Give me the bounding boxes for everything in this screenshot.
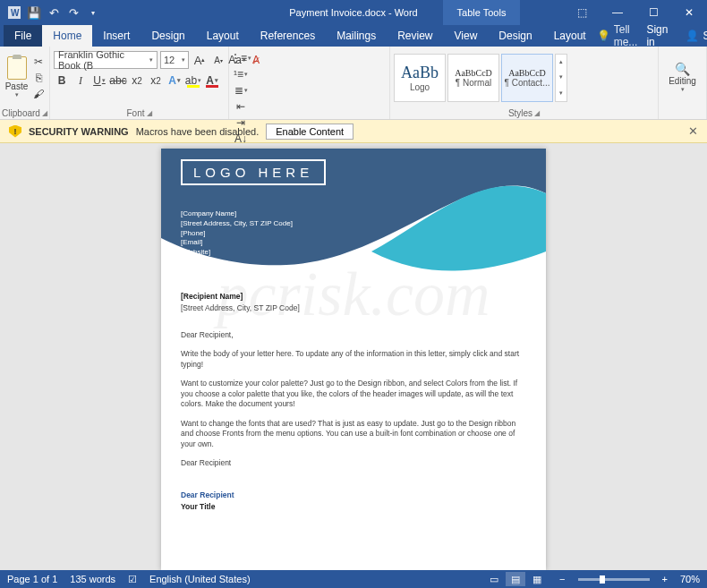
style-contact[interactable]: AaBbCcD ¶ Contact... [501, 54, 553, 102]
share-icon: 👤 [686, 30, 699, 42]
underline-button[interactable]: U▾ [91, 72, 107, 89]
tab-layout[interactable]: Layout [196, 25, 250, 47]
font-color-button[interactable]: A▾ [204, 72, 220, 89]
zoom-out-button[interactable]: − [559, 574, 565, 584]
tab-review[interactable]: Review [387, 25, 443, 47]
close-button[interactable]: ✕ [671, 0, 707, 25]
security-warning-label: SECURITY WARNING [29, 126, 129, 137]
maximize-button[interactable]: ☐ [635, 0, 671, 25]
undo-icon[interactable]: ↶ [45, 4, 63, 21]
signature-name[interactable]: Dear Recipient [181, 490, 526, 500]
style-name: Logo [410, 82, 430, 92]
view-buttons: ▭ ▤ ▦ [484, 572, 547, 586]
security-close-icon[interactable]: ✕ [688, 124, 698, 138]
save-icon[interactable]: 💾 [25, 4, 43, 21]
tell-me-search[interactable]: 💡 Tell me... [597, 25, 638, 47]
web-layout-icon[interactable]: ▦ [527, 572, 547, 586]
italic-button[interactable]: I [72, 72, 89, 89]
style-logo[interactable]: AaBb Logo [394, 54, 446, 102]
copy-icon[interactable]: ⎘ [31, 71, 46, 85]
group-paragraph: ⋮≡▾ ¹≡▾ ≣▾ ⇤ ⇥ A↓ ¶ ≡ ☰ ≡ ≣ ‡≡▾ 🪣▾ ⊞▾ Pa… [229, 47, 390, 119]
tab-file[interactable]: File [4, 25, 42, 47]
ribbon-options-icon[interactable]: ⬚ [564, 0, 600, 25]
word-count[interactable]: 135 words [70, 574, 115, 584]
strikethrough-button[interactable]: abc [110, 72, 126, 89]
style-name: ¶ Normal [456, 78, 491, 88]
body-paragraph[interactable]: Want to change the fonts that are used? … [181, 419, 526, 449]
sign-in-link[interactable]: Sign in [637, 25, 677, 47]
group-editing: 🔍 Editing ▾ [659, 47, 707, 119]
font-launcher-icon[interactable]: ◢ [147, 109, 152, 117]
company-website: [Website] [181, 248, 293, 258]
zoom-thumb[interactable] [600, 575, 605, 584]
bullets-button[interactable]: ⋮≡▾ [233, 50, 249, 66]
qat-customize-icon[interactable]: ▾ [84, 4, 102, 21]
redo-icon[interactable]: ↷ [64, 4, 82, 21]
editing-dropdown[interactable]: 🔍 Editing ▾ [669, 62, 696, 93]
company-info-block[interactable]: [Company Name] [Street Address, City, ST… [181, 209, 293, 258]
highlight-button[interactable]: ab▾ [185, 72, 201, 89]
tab-insert[interactable]: Insert [92, 25, 141, 47]
svg-text:W: W [11, 8, 20, 18]
recipient-name[interactable]: [Recipient Name] [181, 292, 526, 302]
tab-table-design[interactable]: Design [488, 25, 542, 47]
document-body[interactable]: [Recipient Name] [Street Address, City, … [161, 283, 546, 513]
body-paragraph[interactable]: Want to customize your color palette? Ju… [181, 379, 526, 409]
group-clipboard: Paste ▾ ✂ ⎘ 🖌 Clipboard◢ [0, 47, 50, 119]
superscript-button[interactable]: x2 [148, 72, 164, 89]
minimize-button[interactable]: — [600, 0, 635, 25]
grow-font-button[interactable]: A▴ [192, 52, 208, 68]
multilevel-list-button[interactable]: ≣▾ [233, 82, 249, 98]
language-indicator[interactable]: English (United States) [149, 574, 251, 584]
page-indicator[interactable]: Page 1 of 1 [7, 574, 57, 584]
tab-design[interactable]: Design [141, 25, 195, 47]
tab-references[interactable]: References [250, 25, 326, 47]
font-group-label: Font [126, 108, 144, 118]
find-icon: 🔍 [675, 62, 690, 76]
bold-button[interactable]: B [54, 72, 70, 89]
recipient-address[interactable]: [Street Address, City, ST ZIP Code] [181, 303, 526, 313]
font-size-combo[interactable]: 12▾ [160, 51, 189, 69]
zoom-level[interactable]: 70% [680, 574, 700, 584]
title-bar: W 💾 ↶ ↷ ▾ Payment Invoice.docx - Word Ta… [0, 0, 707, 25]
body-paragraph[interactable]: Write the body of your letter here. To u… [181, 349, 526, 370]
company-name: [Company Name] [181, 209, 293, 219]
share-label: Share [703, 30, 707, 42]
enable-content-button[interactable]: Enable Content [266, 124, 354, 140]
salutation[interactable]: Dear Recipient, [181, 330, 526, 340]
status-bar: Page 1 of 1 135 words ☑ English (United … [0, 570, 707, 588]
cut-icon[interactable]: ✂ [31, 55, 46, 69]
read-mode-icon[interactable]: ▭ [484, 572, 504, 586]
styles-launcher-icon[interactable]: ◢ [534, 109, 540, 117]
tab-view[interactable]: View [444, 25, 489, 47]
group-styles: AaBb Logo AaBbCcD ¶ Normal AaBbCcD ¶ Con… [390, 47, 659, 119]
paste-button[interactable]: Paste ▾ [4, 50, 30, 106]
logo-placeholder[interactable]: LOGO HERE [181, 159, 326, 185]
document-page[interactable]: LOGO HERE [Company Name] [Street Address… [161, 149, 546, 570]
tab-mailings[interactable]: Mailings [326, 25, 387, 47]
paste-label: Paste [5, 81, 29, 91]
numbering-button[interactable]: ¹≡▾ [233, 66, 249, 82]
share-button[interactable]: 👤Share [677, 25, 707, 47]
format-painter-icon[interactable]: 🖌 [31, 87, 46, 101]
shrink-font-button[interactable]: A▾ [210, 52, 226, 68]
font-name-value: Franklin Gothic Book (B [58, 49, 149, 71]
text-effects-button[interactable]: A▾ [166, 72, 183, 89]
styles-expand[interactable]: ▴▾▾ [555, 54, 567, 102]
style-preview: AaBbCcD [455, 68, 492, 78]
document-area[interactable]: LOGO HERE [Company Name] [Street Address… [0, 143, 707, 570]
decrease-indent-button[interactable]: ⇤ [233, 98, 249, 115]
print-layout-icon[interactable]: ▤ [506, 572, 525, 586]
tab-table-layout[interactable]: Layout [543, 25, 597, 47]
subscript-button[interactable]: x2 [129, 72, 145, 89]
style-normal[interactable]: AaBbCcD ¶ Normal [447, 54, 499, 102]
proofing-icon[interactable]: ☑ [128, 574, 137, 585]
zoom-in-button[interactable]: + [662, 574, 668, 584]
clipboard-launcher-icon[interactable]: ◢ [42, 109, 47, 117]
signature-title[interactable]: Your Title [181, 502, 526, 512]
font-name-combo[interactable]: Franklin Gothic Book (B▾ [54, 51, 158, 69]
zoom-slider[interactable] [578, 578, 650, 581]
ribbon-tabs: File Home Insert Design Layout Reference… [0, 25, 707, 47]
closing-line[interactable]: Dear Recipient [181, 458, 526, 468]
tab-home[interactable]: Home [42, 25, 92, 47]
